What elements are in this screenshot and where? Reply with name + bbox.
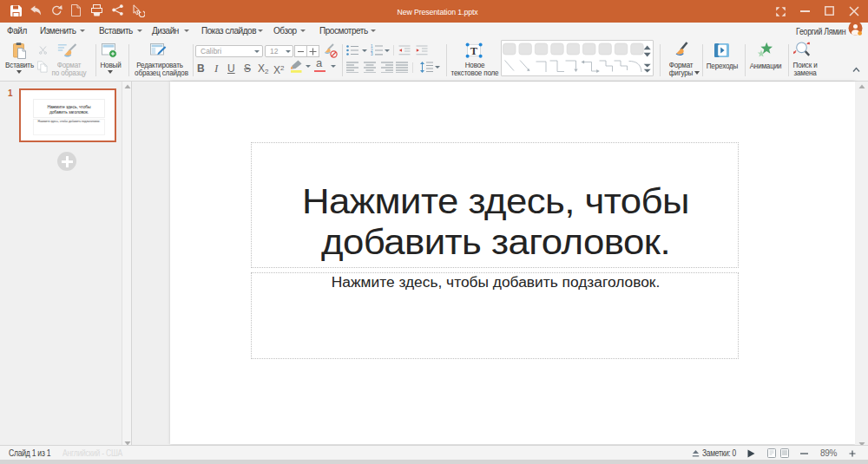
svg-text:T: T — [470, 45, 478, 57]
svg-text:3: 3 — [371, 52, 373, 56]
